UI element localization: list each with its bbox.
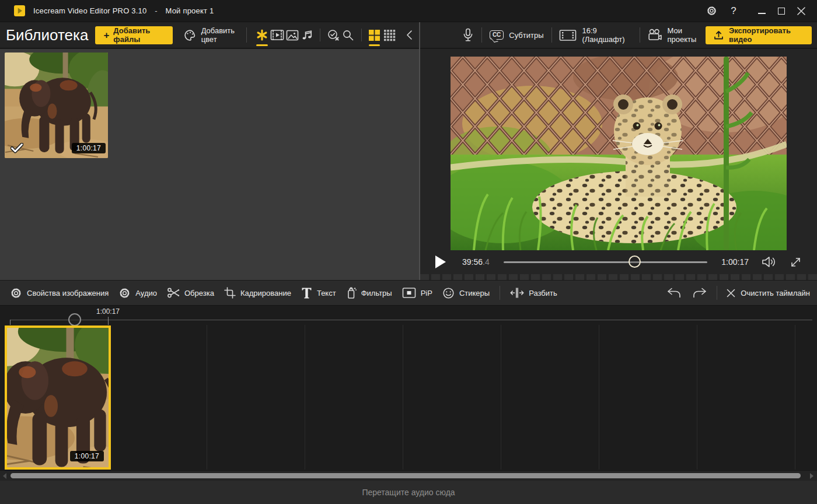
library-panel-title: Библиотека <box>6 26 88 44</box>
divider <box>551 27 552 43</box>
settings-gear-icon[interactable] <box>701 0 721 22</box>
window-title: Icecream Video Editor PRO 3.10 - Мой про… <box>33 6 214 15</box>
timeline-grid-line <box>697 325 697 470</box>
volume-icon[interactable] <box>762 256 777 268</box>
filters-icon <box>346 286 357 299</box>
ruler-tick <box>10 320 11 325</box>
project-name: Мой проект 1 <box>166 6 214 15</box>
timeline-ruler[interactable] <box>10 320 812 320</box>
text-icon <box>301 287 312 299</box>
fullscreen-icon[interactable] <box>790 256 802 268</box>
close-button[interactable] <box>791 0 811 22</box>
filter-favorites-star-icon[interactable] <box>254 22 270 48</box>
tool-pip[interactable]: PiP <box>402 287 432 299</box>
filter-image-icon[interactable] <box>285 22 300 48</box>
library-header: Библиотека + Добавить файлы Добавить цве… <box>0 22 420 48</box>
ruler-end-time-label: 1:00:17 <box>96 307 120 316</box>
preview-panel: 39:56.4 1:00:17 <box>420 49 817 280</box>
search-icon[interactable] <box>341 22 356 48</box>
view-grid-small-icon[interactable] <box>382 22 397 48</box>
tool-trim[interactable]: Обрезка <box>167 287 214 299</box>
scrollbar-thumb[interactable] <box>11 473 801 478</box>
collapse-panel-chevron-icon[interactable] <box>405 29 414 41</box>
export-video-button[interactable]: Экспортировать видео <box>706 26 812 44</box>
titlebar: Icecream Video Editor PRO 3.10 - Мой про… <box>0 0 817 22</box>
library-panel: 1:00:17 <box>0 49 419 280</box>
timeline-clip-duration-badge: 1:00:17 <box>70 451 104 461</box>
seek-track[interactable] <box>504 261 708 263</box>
maximize-button[interactable] <box>771 0 791 22</box>
timeline-grid-line <box>403 325 403 470</box>
filter-audio-icon[interactable] <box>300 22 315 48</box>
timeline-grid-line <box>207 325 207 470</box>
divider <box>481 27 482 43</box>
upload-icon <box>714 30 724 40</box>
timeline-grid-line <box>795 325 795 470</box>
tool-filters[interactable]: Фильтры <box>346 286 392 299</box>
tool-audio[interactable]: Аудио <box>118 287 157 299</box>
timeline-scrollbar[interactable] <box>0 470 817 481</box>
seek-handle[interactable] <box>629 256 641 268</box>
timeline: 1:00:17 <box>0 306 817 470</box>
clear-timeline-button[interactable]: Очистить таймлайн <box>727 289 810 298</box>
subtitles-button[interactable]: CC Субтитры <box>490 30 544 40</box>
x-icon <box>727 289 735 298</box>
preview-header: CC Субтитры 16:9 (Ландшафт) <box>420 22 817 48</box>
scissors-icon <box>167 287 180 299</box>
scroll-right-arrow-icon[interactable] <box>810 473 813 479</box>
app-title: Icecream Video Editor PRO 3.10 <box>33 6 146 15</box>
palette-icon <box>183 29 197 42</box>
gear-icon <box>118 287 131 299</box>
tool-crop[interactable]: Кадрирование <box>224 287 291 299</box>
playhead-handle[interactable] <box>68 313 81 326</box>
add-color-button[interactable]: Добавить цвет <box>183 26 239 44</box>
seek-slider[interactable] <box>504 256 708 268</box>
playback-controls: 39:56.4 1:00:17 <box>420 251 817 273</box>
view-grid-large-icon[interactable] <box>367 22 382 48</box>
undo-icon[interactable] <box>666 287 682 299</box>
gear-icon <box>10 287 22 299</box>
cc-icon: CC <box>490 30 504 40</box>
audio-dropzone-hint: Перетащите аудио сюда <box>362 488 455 497</box>
tool-split[interactable]: Разбить <box>510 287 557 299</box>
timeline-grid-line <box>599 325 599 470</box>
sticker-smiley-icon <box>442 287 455 299</box>
elephant-thumbnail-image <box>5 52 108 158</box>
divider <box>717 286 717 300</box>
timeline-clip-selected[interactable]: 1:00:17 <box>5 326 111 470</box>
timeline-grid-line <box>501 325 501 470</box>
preview-perforation-strip <box>420 274 817 280</box>
crop-icon <box>224 287 236 299</box>
ruler-tick <box>108 317 109 325</box>
voiceover-mic-icon[interactable] <box>462 28 474 42</box>
video-preview <box>451 57 787 250</box>
audio-dropzone[interactable]: Перетащите аудио сюда <box>0 481 817 504</box>
play-button[interactable] <box>433 254 448 270</box>
current-time: 39:56.4 <box>462 257 490 267</box>
minimize-button[interactable] <box>752 0 771 22</box>
tool-image-properties[interactable]: Свойства изображения <box>10 287 109 299</box>
timeline-grid-line <box>305 325 305 470</box>
tool-text[interactable]: Текст <box>301 287 336 299</box>
app-logo-icon <box>14 5 25 16</box>
clip-duration-badge: 1:00:17 <box>72 143 106 153</box>
redo-icon[interactable] <box>692 287 707 299</box>
scroll-left-arrow-icon[interactable] <box>3 473 6 479</box>
library-media-card[interactable]: 1:00:17 <box>5 52 108 158</box>
filter-video-icon[interactable] <box>270 22 285 48</box>
aspect-ratio-button[interactable]: 16:9 (Ландшафт) <box>559 26 631 44</box>
movie-camera-icon <box>648 29 662 41</box>
deselect-all-icon[interactable] <box>326 22 341 48</box>
edit-toolbar: Свойства изображения Аудио Обрезка <box>0 280 817 306</box>
selected-check-icon <box>11 143 23 153</box>
split-icon <box>510 287 524 299</box>
my-projects-button[interactable]: Мои проекты <box>648 26 706 44</box>
divider <box>640 27 640 43</box>
divider <box>361 29 362 41</box>
film-frame-icon <box>559 29 577 41</box>
tool-stickers[interactable]: Стикеры <box>442 287 490 299</box>
help-button[interactable]: ? <box>724 0 743 22</box>
pip-icon <box>402 287 416 299</box>
add-files-button[interactable]: + Добавить файлы <box>95 26 172 44</box>
plus-icon: + <box>103 30 109 40</box>
